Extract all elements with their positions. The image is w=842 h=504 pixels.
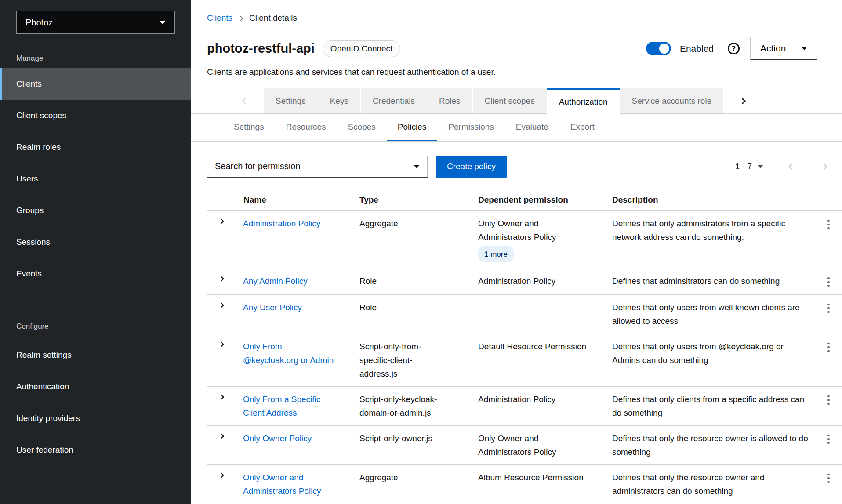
table-row: Only From @keycloak.org or Admin Script-… [207,334,842,386]
subtab-label: Settings [234,122,264,132]
table-row: Only Owner Policy Script-only-owner.js O… [207,425,842,464]
search-permission-select[interactable]: Search for permission [207,156,428,178]
pagination-range-dropdown[interactable]: 1 - 7 [735,162,763,171]
dependent-permission-cell: Administration Policy [475,268,609,295]
title-controls: Enabled ? Action [646,37,817,60]
page-title: photoz-restful-api [207,41,315,56]
sidebar-item-label: Identity providers [16,413,80,423]
name-cell: Only Owner and Administrators Policy [240,464,356,504]
tab-keys[interactable]: Keys [318,88,361,113]
authorization-subtabs: SettingsResourcesScopesPoliciesPermissio… [191,114,842,142]
table-column-header: Type [356,188,475,211]
subtab-policies[interactable]: Policies [387,114,437,141]
kebab-icon [827,435,830,437]
enabled-toggle[interactable] [646,42,671,55]
row-expand-button[interactable] [219,473,223,477]
sidebar-item-groups[interactable]: Groups [0,195,191,226]
action-label: Action [760,43,786,54]
realm-selector[interactable]: Photoz [16,11,175,34]
policy-name-link[interactable]: Any Admin Policy [243,276,308,286]
tabs-scroll-left-button[interactable] [233,88,258,113]
angle-left-icon [242,98,248,104]
client-tabs: SettingsKeysCredentialsRolesClient scope… [264,88,723,113]
tab-label: Keys [330,96,348,106]
kebab-menu-button[interactable] [826,433,831,446]
sidebar-item-realm-settings[interactable]: Realm settings [0,339,191,371]
dependent-permission-cell: Only Owner and Administrators Policy [475,425,609,464]
tab-settings[interactable]: Settings [264,88,318,113]
sidebar-item-user-federation[interactable]: User federation [0,434,191,466]
sidebar: Photoz Manage Clients Client scopes Real… [0,0,191,504]
row-expand-button[interactable] [219,219,223,223]
sidebar-item-client-scopes[interactable]: Client scopes [0,100,191,131]
subtab-evaluate[interactable]: Evaluate [505,114,559,141]
subtab-settings[interactable]: Settings [223,114,275,141]
protocol-badge: OpenID Connect [323,40,401,57]
sidebar-item-sessions[interactable]: Sessions [0,226,191,258]
tab-label: Service accounts role [632,96,712,106]
kebab-menu-button[interactable] [826,472,831,485]
kebab-cell [815,294,842,334]
sidebar-item-realm-roles[interactable]: Realm roles [0,131,191,163]
sidebar-item-events[interactable]: Events [0,258,191,290]
policy-name-link[interactable]: Only From a Specific Client Address [243,395,320,417]
help-icon[interactable]: ? [728,43,740,54]
kebab-menu-button[interactable] [826,394,831,407]
pagination-prev-button[interactable] [787,162,796,171]
policy-name-link[interactable]: Only From @keycloak.org or Admin [243,342,334,365]
expand-cell [207,294,240,334]
create-policy-button[interactable]: Create policy [436,156,507,178]
subtab-label: Resources [286,122,326,132]
sidebar-item-clients[interactable]: Clients [0,68,191,100]
policies-table: NameTypeDependent permissionDescription … [207,188,842,504]
realm-name: Photoz [25,18,53,28]
expand-column-header [207,188,240,211]
kebab-cell [815,211,842,268]
row-expand-button[interactable] [219,342,223,346]
kebab-icon [827,304,830,306]
action-dropdown-button[interactable]: Action [750,37,817,60]
table-column-header: Name [240,188,356,211]
kebab-menu-button[interactable] [826,276,831,289]
kebab-cell [815,386,842,425]
row-expand-button[interactable] [219,395,223,399]
sidebar-item-authentication[interactable]: Authentication [0,371,191,402]
breadcrumb-link-clients[interactable]: Clients [207,13,232,23]
dependent-permission: Only Owner and Administrators Policy [478,431,590,459]
tab-authorization[interactable]: Authorization [547,88,620,113]
more-badge[interactable]: 1 more [478,246,514,262]
tab-roles[interactable]: Roles [427,88,473,113]
tab-service-accounts-role[interactable]: Service accounts role [620,88,724,113]
tabs-scroll-right-button[interactable] [730,88,755,113]
angle-right-icon [218,276,224,282]
sidebar-item-identity-providers[interactable]: Identity providers [0,402,191,434]
subtab-scopes[interactable]: Scopes [337,114,386,141]
enabled-label: Enabled [680,44,714,54]
subtab-permissions[interactable]: Permissions [437,114,504,141]
tab-credentials[interactable]: Credentials [361,88,427,113]
subtab-export[interactable]: Export [559,114,606,141]
policy-description: Defines that only users from @keycloak.o… [609,334,815,386]
sidebar-item-label: Clients [16,79,42,89]
row-expand-button[interactable] [219,277,223,281]
tab-client-scopes[interactable]: Client scopes [473,88,547,113]
policy-name-link[interactable]: Administration Policy [243,219,320,228]
policy-name-link[interactable]: Only Owner and Administrators Policy [243,473,321,496]
kebab-menu-button[interactable] [826,341,831,354]
kebab-icon [827,343,830,345]
chevron-down-icon [160,21,166,24]
sidebar-item-users[interactable]: Users [0,163,191,195]
pagination-next-button[interactable] [820,162,829,171]
kebab-menu-button[interactable] [826,218,831,231]
pagination-range: 1 - 7 [735,162,752,171]
name-cell: Only Owner Policy [240,425,356,464]
toggle-knob-icon [659,44,669,54]
row-expand-button[interactable] [219,434,223,438]
sidebar-item-label: Realm roles [16,142,61,152]
policy-name-link[interactable]: Only Owner Policy [243,434,312,443]
policies-table-body: Administration Policy Aggregate Only Own… [207,211,842,504]
subtab-resources[interactable]: Resources [275,114,337,141]
kebab-menu-button[interactable] [826,302,831,315]
row-expand-button[interactable] [219,303,223,307]
policy-name-link[interactable]: Any User Policy [243,303,302,312]
